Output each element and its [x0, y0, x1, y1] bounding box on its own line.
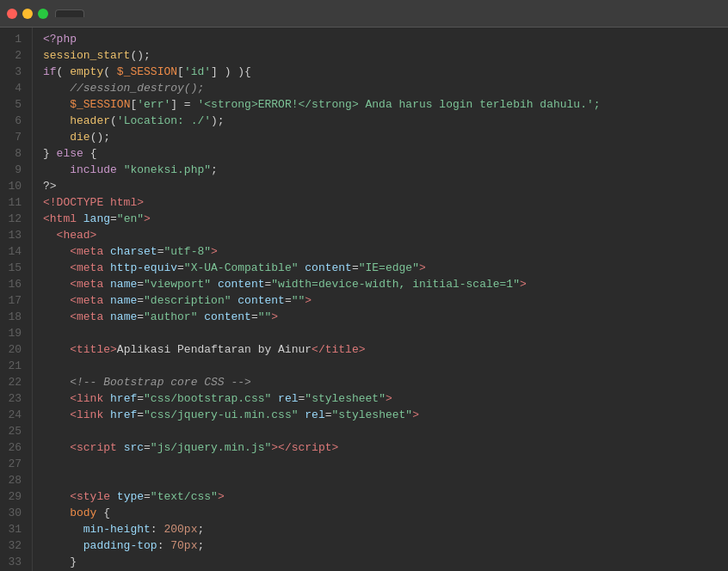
code-line: session_start();: [43, 47, 728, 64]
code-line: <link href="css/bootstrap.css" rel="styl…: [43, 390, 728, 407]
line-number: 15: [7, 260, 22, 276]
line-numbers: 1234567891011121314151617181920212223242…: [0, 28, 33, 571]
line-number: 20: [7, 341, 22, 358]
code-line: [43, 472, 728, 488]
code-line: <head>: [43, 227, 728, 243]
line-number: 2: [7, 47, 22, 64]
code-line: <script src="js/jquery.min.js"></script>: [43, 439, 728, 456]
line-number: 16: [7, 276, 22, 292]
code-line: }: [43, 554, 728, 570]
code-area[interactable]: <?phpsession_start();if( empty( $_SESSIO…: [33, 28, 728, 571]
code-line: <!DOCTYPE html>: [43, 194, 728, 211]
line-number: 23: [7, 390, 22, 407]
code-line: ?>: [43, 178, 728, 194]
code-line: padding-top: 70px;: [43, 537, 728, 554]
code-line: header('Location: ./');: [43, 113, 728, 129]
line-number: 25: [7, 423, 22, 439]
line-number: 32: [7, 537, 22, 554]
line-number: 1: [7, 31, 22, 47]
code-line: include "koneksi.php";: [43, 162, 728, 178]
code-line: <meta name="description" content="">: [43, 292, 728, 309]
line-number: 11: [7, 194, 22, 211]
line-number: 13: [7, 227, 22, 243]
code-line: <title>Aplikasi Pendaftaran by Ainur</ti…: [43, 341, 728, 358]
title-bar: [0, 0, 728, 28]
line-number: 27: [7, 456, 22, 472]
code-line: <meta name="author" content="">: [43, 309, 728, 325]
line-number: 9: [7, 162, 22, 178]
line-number: 33: [7, 554, 22, 570]
code-line: [43, 456, 728, 472]
code-line: <style type="text/css">: [43, 488, 728, 505]
line-number: 17: [7, 292, 22, 309]
line-number: 3: [7, 64, 22, 80]
editor-area: 1234567891011121314151617181920212223242…: [0, 28, 728, 571]
code-line: <html lang="en">: [43, 211, 728, 227]
code-line: [43, 423, 728, 439]
code-line: <link href="css/jquery-ui.min.css" rel="…: [43, 407, 728, 423]
line-number: 26: [7, 439, 22, 456]
line-number: 8: [7, 145, 22, 162]
tab[interactable]: [55, 9, 84, 17]
line-number: 12: [7, 211, 22, 227]
code-line: <meta charset="utf-8">: [43, 243, 728, 260]
line-number: 10: [7, 178, 22, 194]
code-line: [43, 358, 728, 374]
code-line: <meta name="viewport" content="width=dev…: [43, 276, 728, 292]
line-number: 5: [7, 96, 22, 113]
line-number: 14: [7, 243, 22, 260]
close-light[interactable]: [7, 9, 17, 19]
code-line: [43, 325, 728, 341]
maximize-light[interactable]: [38, 9, 48, 19]
line-number: 24: [7, 407, 22, 423]
line-number: 21: [7, 358, 22, 374]
line-number: 19: [7, 325, 22, 341]
code-line: if( empty( $_SESSION['id'] ) ){: [43, 64, 728, 80]
code-line: } else {: [43, 145, 728, 162]
line-number: 7: [7, 129, 22, 145]
minimize-light[interactable]: [22, 9, 33, 19]
line-number: 30: [7, 505, 22, 521]
traffic-lights: [7, 9, 48, 19]
line-number: 4: [7, 80, 22, 96]
code-line: <?php: [43, 31, 728, 47]
code-line: //session_destroy();: [43, 80, 728, 96]
line-number: 22: [7, 374, 22, 390]
code-line: body {: [43, 505, 728, 521]
code-line: <!-- Bootstrap core CSS -->: [43, 374, 728, 390]
code-line: <meta http-equiv="X-UA-Compatible" conte…: [43, 260, 728, 276]
line-number: 28: [7, 472, 22, 488]
line-number: 31: [7, 521, 22, 537]
line-number: 29: [7, 488, 22, 505]
line-number: 6: [7, 113, 22, 129]
code-line: min-height: 200px;: [43, 521, 728, 537]
line-number: 18: [7, 309, 22, 325]
code-line: die();: [43, 129, 728, 145]
code-line: $_SESSION['err'] = '<strong>ERROR!</stro…: [43, 96, 728, 113]
